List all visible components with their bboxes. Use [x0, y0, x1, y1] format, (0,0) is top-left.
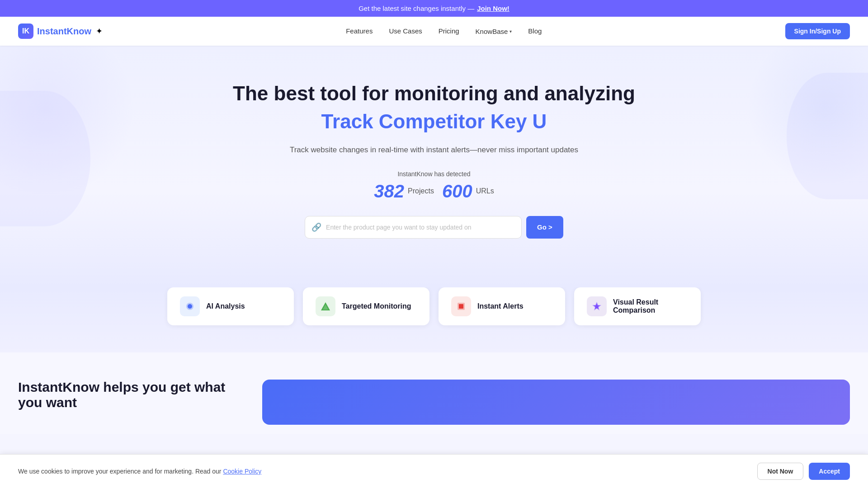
sign-in-button[interactable]: Sign In/Sign Up — [785, 23, 850, 39]
urls-label: URLs — [476, 187, 494, 195]
svg-rect-5 — [459, 304, 463, 309]
nav-pricing[interactable]: Pricing — [439, 27, 459, 35]
logo-letters: IK — [22, 27, 29, 35]
hero-title-line2: Track Competitor Key U — [18, 110, 850, 133]
bottom-right-visual — [262, 380, 850, 425]
hero-title-line1: The best tool for monitoring and analyzi… — [18, 82, 850, 106]
search-bar: 🔗 — [305, 216, 522, 239]
projects-count: 382 — [374, 181, 404, 202]
card-visual-comparison[interactable]: Visual Result Comparison — [574, 287, 701, 325]
top-banner: Get the latest site changes instantly — … — [0, 0, 868, 17]
nav-blog[interactable]: Blog — [528, 27, 542, 35]
urls-count: 600 — [442, 181, 472, 202]
svg-point-1 — [188, 304, 192, 309]
nav-knowbase[interactable]: KnowBase ▾ — [476, 28, 512, 35]
logo-text: InstantKnow — [37, 26, 91, 37]
card-ai-analysis[interactable]: AI Analysis — [167, 287, 294, 325]
banner-text: Get the latest site changes instantly — — [359, 5, 474, 12]
hero-description: Track website changes in real-time with … — [280, 144, 588, 156]
bottom-title: InstantKnow helps you get what you want — [18, 380, 244, 410]
projects-label: Projects — [408, 187, 434, 195]
bg-blob-right — [787, 73, 868, 199]
bg-blob-left — [0, 91, 90, 226]
feature-cards: AI Analysis Targeted Monitoring Instant … — [0, 287, 868, 352]
stats-row: 382 Projects 600 URLs — [18, 181, 850, 202]
card-targeted-label: Targeted Monitoring — [342, 302, 411, 310]
nav-use-cases[interactable]: Use Cases — [389, 27, 422, 35]
nav-features[interactable]: Features — [346, 27, 373, 35]
link-icon: 🔗 — [311, 222, 321, 232]
logo-icon: IK — [18, 23, 33, 39]
detected-label: InstantKnow has detected — [18, 170, 850, 178]
card-visual-label: Visual Result Comparison — [613, 298, 688, 314]
ai-analysis-icon — [180, 296, 200, 316]
join-now-link[interactable]: Join Now! — [477, 5, 509, 12]
card-instant-alerts[interactable]: Instant Alerts — [439, 287, 565, 325]
chevron-down-icon: ▾ — [509, 29, 512, 34]
instant-alerts-icon — [451, 296, 471, 316]
bottom-left: InstantKnow helps you get what you want — [18, 380, 244, 419]
logo[interactable]: IK InstantKnow ✦ — [18, 23, 103, 39]
logo-text-know: Know — [67, 26, 91, 36]
card-targeted-monitoring[interactable]: Targeted Monitoring — [303, 287, 429, 325]
targeted-monitoring-icon — [316, 296, 335, 316]
navbar: IK InstantKnow ✦ Features Use Cases Pric… — [0, 17, 868, 46]
card-ai-label: AI Analysis — [206, 302, 245, 310]
bottom-section: InstantKnow helps you get what you want — [0, 352, 868, 434]
card-alerts-label: Instant Alerts — [477, 302, 524, 310]
go-button[interactable]: Go > — [526, 216, 563, 239]
nav-knowbase-label: KnowBase — [476, 28, 508, 35]
search-input[interactable] — [326, 224, 515, 231]
logo-sparkle: ✦ — [96, 26, 103, 36]
search-container: 🔗 Go > — [18, 216, 850, 239]
hero-section: The best tool for monitoring and analyzi… — [0, 46, 868, 287]
nav-links: Features Use Cases Pricing KnowBase ▾ Bl… — [346, 27, 542, 35]
visual-comparison-icon — [587, 296, 607, 316]
logo-text-instant: Instant — [37, 26, 67, 36]
